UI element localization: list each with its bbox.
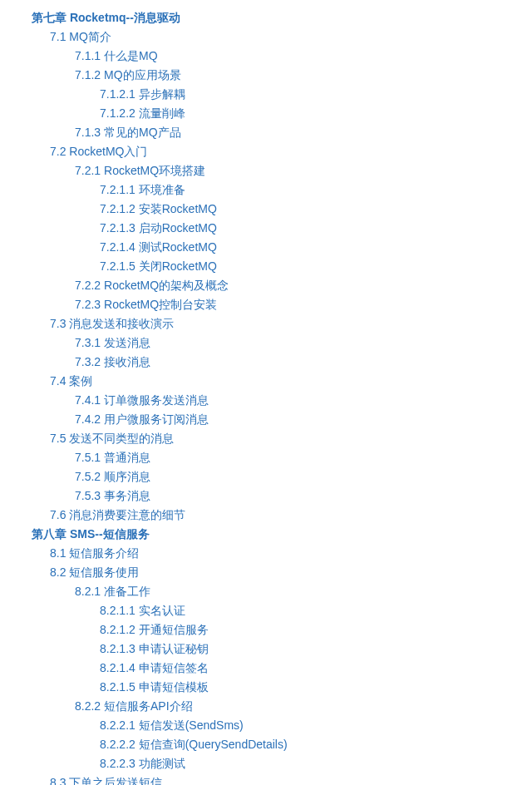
toc-link[interactable]: 7.3.2 接收消息 (32, 353, 532, 372)
toc-link[interactable]: 7.4.1 订单微服务发送消息 (32, 391, 532, 410)
toc-link[interactable]: 7.2.2 RocketMQ的架构及概念 (32, 276, 532, 295)
toc-link[interactable]: 8.2.2.3 功能测试 (32, 754, 532, 773)
toc-link[interactable]: 7.1.2.2 流量削峰 (32, 104, 532, 123)
toc-link[interactable]: 7.2 RocketMQ入门 (32, 142, 532, 161)
table-of-contents: 第七章 Rocketmq--消息驱动7.1 MQ简介7.1.1 什么是MQ7.1… (0, 8, 532, 785)
toc-link[interactable]: 7.5 发送不同类型的消息 (32, 429, 532, 448)
toc-link[interactable]: 8.2.1.5 申请短信模板 (32, 678, 532, 697)
toc-link[interactable]: 7.3 消息发送和接收演示 (32, 314, 532, 333)
toc-link[interactable]: 8.2.1 准备工作 (32, 582, 532, 601)
toc-link[interactable]: 7.2.1.3 启动RocketMQ (32, 219, 532, 238)
toc-link[interactable]: 7.1.2.1 异步解耦 (32, 85, 532, 104)
toc-link[interactable]: 7.2.1.5 关闭RocketMQ (32, 257, 532, 276)
toc-link[interactable]: 8.1 短信服务介绍 (32, 544, 532, 563)
toc-link[interactable]: 8.2.2.2 短信查询(QuerySendDetails) (32, 735, 532, 754)
toc-link[interactable]: 7.1 MQ简介 (32, 27, 532, 47)
toc-link[interactable]: 7.5.3 事务消息 (32, 486, 532, 506)
toc-link[interactable]: 7.1.1 什么是MQ (32, 47, 532, 66)
toc-link[interactable]: 8.2.1.2 开通短信服务 (32, 620, 532, 639)
toc-link[interactable]: 7.4.2 用户微服务订阅消息 (32, 410, 532, 429)
toc-link[interactable]: 8.2.1.4 申请短信签名 (32, 659, 532, 678)
toc-link[interactable]: 第八章 SMS--短信服务 (32, 525, 532, 544)
toc-link[interactable]: 8.2.2.1 短信发送(SendSms) (32, 716, 532, 735)
toc-link[interactable]: 8.3 下单之后发送短信 (32, 773, 532, 785)
toc-link[interactable]: 7.3.1 发送消息 (32, 333, 532, 353)
toc-link[interactable]: 7.6 消息消费要注意的细节 (32, 506, 532, 525)
toc-link[interactable]: 7.2.3 RocketMQ控制台安装 (32, 295, 532, 314)
toc-link[interactable]: 7.2.1.4 测试RocketMQ (32, 238, 532, 257)
toc-link[interactable]: 7.2.1.1 环境准备 (32, 180, 532, 200)
toc-link[interactable]: 7.5.2 顺序消息 (32, 467, 532, 486)
toc-link[interactable]: 8.2.1.3 申请认证秘钥 (32, 639, 532, 659)
toc-link[interactable]: 8.2 短信服务使用 (32, 563, 532, 582)
toc-link[interactable]: 7.1.3 常见的MQ产品 (32, 123, 532, 142)
toc-link[interactable]: 7.2.1.2 安装RocketMQ (32, 200, 532, 219)
toc-link[interactable]: 7.2.1 RocketMQ环境搭建 (32, 161, 532, 180)
toc-link[interactable]: 8.2.2 短信服务API介绍 (32, 697, 532, 716)
toc-link[interactable]: 8.2.1.1 实名认证 (32, 601, 532, 620)
toc-link[interactable]: 7.1.2 MQ的应用场景 (32, 66, 532, 85)
toc-link[interactable]: 7.4 案例 (32, 372, 532, 391)
toc-link[interactable]: 7.5.1 普通消息 (32, 448, 532, 467)
toc-link[interactable]: 第七章 Rocketmq--消息驱动 (32, 8, 532, 27)
